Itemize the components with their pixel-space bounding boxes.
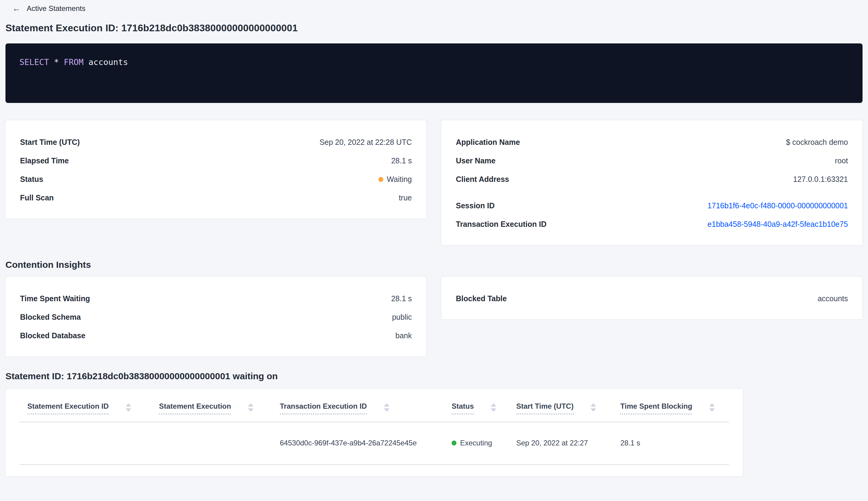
session-id-label: Session ID xyxy=(456,201,495,210)
session-details-card: Application Name $ cockroach demo User N… xyxy=(441,120,862,245)
row-user-name: User Name root xyxy=(456,151,848,170)
sort-arrows-icon[interactable] xyxy=(248,403,253,412)
sort-arrows-icon[interactable] xyxy=(590,403,596,412)
column-header-statement-execution-id[interactable]: Statement Execution ID xyxy=(27,402,159,415)
sql-statement-text: SELECT * FROM accounts xyxy=(19,57,128,67)
row-blocked-schema: Blocked Schema public xyxy=(20,308,412,327)
overview-cards-row: Start Time (UTC) Sep 20, 2022 at 22:28 U… xyxy=(6,120,862,245)
table-row: 64530d0c-969f-437e-a9b4-26a72245e45e Exe… xyxy=(19,422,729,464)
sort-arrows-icon[interactable] xyxy=(384,403,389,412)
status-badge: Waiting xyxy=(378,175,412,184)
page-title: Statement Execution ID: 1716b218dc0b3838… xyxy=(6,22,862,34)
sort-arrows-icon[interactable] xyxy=(709,403,715,412)
column-header-statement-execution[interactable]: Statement Execution xyxy=(159,402,280,415)
contention-insights-heading: Contention Insights xyxy=(6,259,862,270)
full-scan-value: true xyxy=(399,193,412,202)
table-footer-space xyxy=(19,465,729,477)
column-header-status[interactable]: Status xyxy=(452,402,516,415)
application-name-value: $ cockroach demo xyxy=(786,138,848,147)
sql-keyword-select: SELECT xyxy=(19,57,49,67)
contention-waiting-card: Time Spent Waiting 28.1 s Blocked Schema… xyxy=(6,277,426,356)
cell-status-badge: Executing xyxy=(452,439,516,447)
cell-transaction-execution-id: 64530d0c-969f-437e-a9b4-26a72245e45e xyxy=(280,439,452,447)
full-scan-label: Full Scan xyxy=(20,193,54,202)
column-header-transaction-execution-id[interactable]: Transaction Execution ID xyxy=(280,402,452,415)
sql-operator: * xyxy=(49,57,64,67)
cell-time-spent-blocking: 28.1 s xyxy=(620,439,729,447)
application-name-label: Application Name xyxy=(456,138,520,147)
breadcrumb-label: Active Statements xyxy=(27,4,85,13)
user-name-value: root xyxy=(835,156,848,165)
start-time-label: Start Time (UTC) xyxy=(20,138,80,147)
status-waiting-text: Waiting xyxy=(387,175,412,184)
elapsed-time-value: 28.1 s xyxy=(391,156,412,165)
row-blocked-database: Blocked Database bank xyxy=(20,327,412,345)
waiting-on-table-header: Statement Execution ID Statement Executi… xyxy=(19,402,729,422)
blocked-table-card: Blocked Table accounts xyxy=(441,277,862,319)
sql-table-name: accounts xyxy=(84,57,128,67)
status-executing-dot-icon xyxy=(452,440,456,446)
session-id-link[interactable]: 1716b1f6-4e0c-f480-0000-000000000001 xyxy=(707,201,848,210)
row-full-scan: Full Scan true xyxy=(20,189,412,207)
start-time-value: Sep 20, 2022 at 22:28 UTC xyxy=(319,138,412,147)
blocked-schema-value: public xyxy=(392,313,412,321)
row-application-name: Application Name $ cockroach demo xyxy=(456,133,848,151)
session-card-spacer xyxy=(456,189,848,196)
client-address-value: 127.0.0.1:63321 xyxy=(793,175,848,184)
execution-details-card: Start Time (UTC) Sep 20, 2022 at 22:28 U… xyxy=(6,120,426,218)
time-spent-waiting-value: 28.1 s xyxy=(391,294,412,303)
waiting-on-table-card: Statement Execution ID Statement Executi… xyxy=(6,389,743,477)
sort-arrows-icon[interactable] xyxy=(126,403,131,412)
blocked-schema-label: Blocked Schema xyxy=(20,313,81,321)
blocked-database-label: Blocked Database xyxy=(20,331,85,340)
row-time-spent-waiting: Time Spent Waiting 28.1 s xyxy=(20,289,412,308)
contention-cards-row: Time Spent Waiting 28.1 s Blocked Schema… xyxy=(6,277,862,356)
status-executing-text: Executing xyxy=(460,439,492,447)
status-waiting-dot-icon xyxy=(378,177,383,182)
row-blocked-table: Blocked Table accounts xyxy=(456,289,848,308)
column-header-time-spent-blocking[interactable]: Time Spent Blocking xyxy=(620,402,729,415)
status-label: Status xyxy=(20,175,43,184)
transaction-execution-id-link[interactable]: e1bba458-5948-40a9-a42f-5feac1b10e75 xyxy=(707,220,848,228)
row-status: Status Waiting xyxy=(20,170,412,189)
sql-statement-box: SELECT * FROM accounts xyxy=(6,43,862,103)
breadcrumb-back-active-statements[interactable]: ← Active Statements xyxy=(6,0,862,14)
waiting-on-table: Statement Execution ID Statement Executi… xyxy=(19,402,729,477)
row-elapsed-time: Elapsed Time 28.1 s xyxy=(20,151,412,170)
elapsed-time-label: Elapsed Time xyxy=(20,156,69,165)
blocked-table-label: Blocked Table xyxy=(456,294,507,303)
waiting-on-heading: Statement ID: 1716b218dc0b38380000000000… xyxy=(6,371,862,381)
client-address-label: Client Address xyxy=(456,175,509,184)
row-session-id: Session ID 1716b1f6-4e0c-f480-0000-00000… xyxy=(456,196,848,215)
sql-keyword-from: FROM xyxy=(64,57,84,67)
cell-start-time: Sep 20, 2022 at 22:27 xyxy=(516,439,620,447)
blocked-table-value: accounts xyxy=(818,294,848,303)
row-start-time: Start Time (UTC) Sep 20, 2022 at 22:28 U… xyxy=(20,133,412,151)
user-name-label: User Name xyxy=(456,156,496,165)
row-client-address: Client Address 127.0.0.1:63321 xyxy=(456,170,848,189)
sort-arrows-icon[interactable] xyxy=(491,403,496,412)
back-arrow-icon: ← xyxy=(12,4,21,13)
row-transaction-execution-id: Transaction Execution ID e1bba458-5948-4… xyxy=(456,215,848,234)
column-header-start-time[interactable]: Start Time (UTC) xyxy=(516,402,620,415)
time-spent-waiting-label: Time Spent Waiting xyxy=(20,294,90,303)
blocked-database-value: bank xyxy=(395,331,412,340)
statement-execution-details-page: ← Active Statements Statement Execution … xyxy=(0,0,868,477)
transaction-execution-id-label: Transaction Execution ID xyxy=(456,220,546,228)
